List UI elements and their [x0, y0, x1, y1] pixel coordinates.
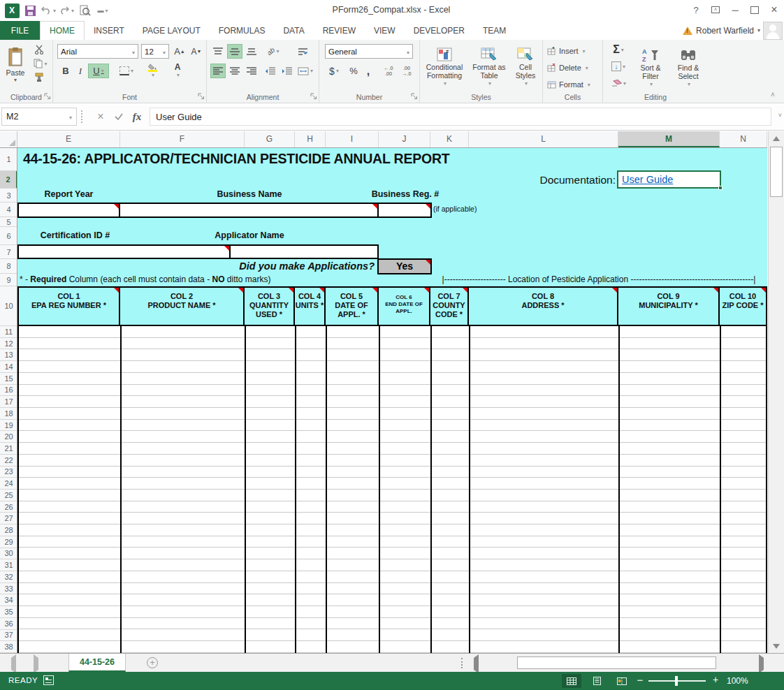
row-header-31[interactable]: 31: [0, 559, 17, 571]
comma-style-button[interactable]: ,: [363, 64, 374, 78]
bold-button[interactable]: B: [59, 64, 73, 78]
row-header-37[interactable]: 37: [0, 630, 17, 642]
conditional-formatting-button[interactable]: ≠ ConditionalFormatting: [421, 43, 467, 93]
maximize-button[interactable]: [745, 0, 764, 20]
formula-bar-resize-handle[interactable]: [81, 110, 83, 123]
tab-data[interactable]: DATA: [274, 21, 313, 40]
tab-developer[interactable]: DEVELOPER: [405, 21, 474, 40]
certification-id-input[interactable]: [17, 244, 231, 259]
report-year-input[interactable]: [17, 203, 120, 218]
row-header-4[interactable]: 4: [0, 203, 17, 217]
increase-decimal-button[interactable]: ←.0.00: [379, 64, 398, 78]
fill-handle[interactable]: [718, 186, 723, 190]
avatar[interactable]: [763, 22, 783, 40]
insert-function-button[interactable]: fx: [129, 108, 145, 126]
selected-cell-m2[interactable]: User Guide: [617, 170, 721, 189]
close-button[interactable]: ×: [764, 0, 784, 20]
user-guide-link[interactable]: User Guide: [622, 174, 673, 185]
table-column-header-3[interactable]: COL 3QUANTITY USED *: [245, 286, 295, 326]
number-format-combobox[interactable]: General: [325, 44, 413, 59]
align-right-button[interactable]: [244, 64, 259, 78]
business-name-input[interactable]: [120, 203, 379, 218]
fill-button[interactable]: ↓: [607, 59, 630, 73]
bottom-align-button[interactable]: [244, 44, 259, 59]
format-as-table-button[interactable]: Format asTable: [469, 43, 509, 93]
applicator-name-input[interactable]: [231, 244, 379, 259]
redo-icon[interactable]: [57, 3, 75, 18]
table-column-header-6[interactable]: COL 6END DATE OF APPL.: [379, 286, 430, 326]
table-column-header-2[interactable]: COL 2PRODUCT NAME *: [120, 286, 245, 326]
alignment-dialog-launcher[interactable]: [310, 93, 317, 100]
tab-insert[interactable]: INSERT: [85, 21, 133, 40]
row-header-11[interactable]: 11: [0, 326, 17, 338]
top-align-button[interactable]: [210, 44, 226, 59]
wrap-text-button[interactable]: [293, 44, 312, 59]
vertical-scroll-thumb[interactable]: [770, 147, 783, 197]
orientation-button[interactable]: ab: [263, 44, 284, 59]
row-header-36[interactable]: 36: [0, 618, 17, 630]
formula-bar-expand-icon[interactable]: ˅: [778, 112, 782, 119]
page-break-view-icon[interactable]: [612, 674, 632, 688]
cell-styles-button[interactable]: CellStyles: [509, 43, 542, 93]
collapse-ribbon-icon[interactable]: ˄: [766, 89, 780, 100]
row-header-21[interactable]: 21: [0, 443, 17, 455]
row-header-38[interactable]: 38: [0, 641, 17, 653]
tab-formulas[interactable]: FORMULAS: [210, 21, 275, 40]
row-header-9[interactable]: 9: [0, 274, 17, 286]
table-column-header-5[interactable]: COL 5DATE OF APPL. *: [326, 286, 379, 326]
row-header-16[interactable]: 16: [0, 385, 17, 397]
scroll-right-icon[interactable]: [759, 658, 764, 670]
next-sheet-icon[interactable]: [34, 658, 38, 670]
tab-page-layout[interactable]: PAGE LAYOUT: [133, 21, 210, 40]
scroll-up-icon[interactable]: [769, 132, 784, 145]
column-header-M[interactable]: M: [618, 131, 720, 147]
row-header-3[interactable]: 3: [0, 189, 17, 203]
italic-button[interactable]: I: [74, 64, 87, 78]
column-header-G[interactable]: G: [245, 131, 295, 147]
format-painter-icon[interactable]: [31, 71, 48, 84]
zoom-in-icon[interactable]: +: [710, 674, 721, 688]
autosum-button[interactable]: Σ: [607, 43, 630, 57]
table-column-header-4[interactable]: COL 4UNITS *: [295, 286, 326, 326]
align-center-button[interactable]: [227, 64, 242, 78]
column-header-K[interactable]: K: [430, 131, 469, 147]
tab-file[interactable]: FILE: [0, 21, 40, 40]
table-column-header-1[interactable]: COL 1EPA REG NUMBER *: [17, 286, 120, 326]
table-column-header-8[interactable]: COL 8ADDRESS *: [469, 286, 618, 326]
vertical-scrollbar[interactable]: [768, 131, 784, 653]
column-header-E[interactable]: E: [17, 131, 120, 147]
horizontal-scroll-thumb[interactable]: [517, 656, 716, 669]
tab-review[interactable]: REVIEW: [314, 21, 365, 40]
cancel-icon[interactable]: ×: [92, 108, 109, 126]
cut-icon[interactable]: [31, 43, 48, 56]
column-header-J[interactable]: J: [379, 131, 430, 147]
format-cells-button[interactable]: Format: [547, 78, 599, 91]
table-column-header-10[interactable]: COL 10ZIP CODE *: [720, 286, 767, 326]
clear-button[interactable]: [607, 76, 630, 90]
row-header-32[interactable]: 32: [0, 571, 17, 583]
row-header-1[interactable]: 1: [0, 148, 17, 171]
row-header-12[interactable]: 12: [0, 338, 17, 350]
row-header-17[interactable]: 17: [0, 396, 17, 408]
increase-font-size-button[interactable]: A▲: [172, 44, 187, 59]
row-header-30[interactable]: 30: [0, 548, 17, 560]
row-header-8[interactable]: 8: [0, 259, 17, 274]
clipboard-dialog-launcher[interactable]: [44, 93, 51, 100]
row-header-13[interactable]: 13: [0, 349, 17, 361]
underline-button[interactable]: U: [88, 64, 109, 78]
delete-cells-button[interactable]: Delete: [547, 61, 599, 75]
worksheet-grid[interactable]: 44-15-26: APPLICATOR/TECHNICIAN PESTICID…: [17, 148, 767, 653]
row-header-34[interactable]: 34: [0, 594, 17, 606]
table-column-header-9[interactable]: COL 9MUNICIPALITY *: [618, 286, 720, 326]
copy-icon[interactable]: [31, 57, 50, 70]
column-header-H[interactable]: H: [295, 131, 326, 147]
row-header-5[interactable]: 5: [0, 217, 17, 227]
column-header-I[interactable]: I: [326, 131, 379, 147]
borders-button[interactable]: [116, 64, 137, 78]
row-header-26[interactable]: 26: [0, 501, 17, 513]
business-reg-input[interactable]: [379, 203, 432, 218]
column-header-N[interactable]: N: [720, 131, 767, 147]
number-dialog-launcher[interactable]: [411, 93, 418, 100]
column-header-L[interactable]: L: [469, 131, 618, 147]
row-header-27[interactable]: 27: [0, 513, 17, 524]
